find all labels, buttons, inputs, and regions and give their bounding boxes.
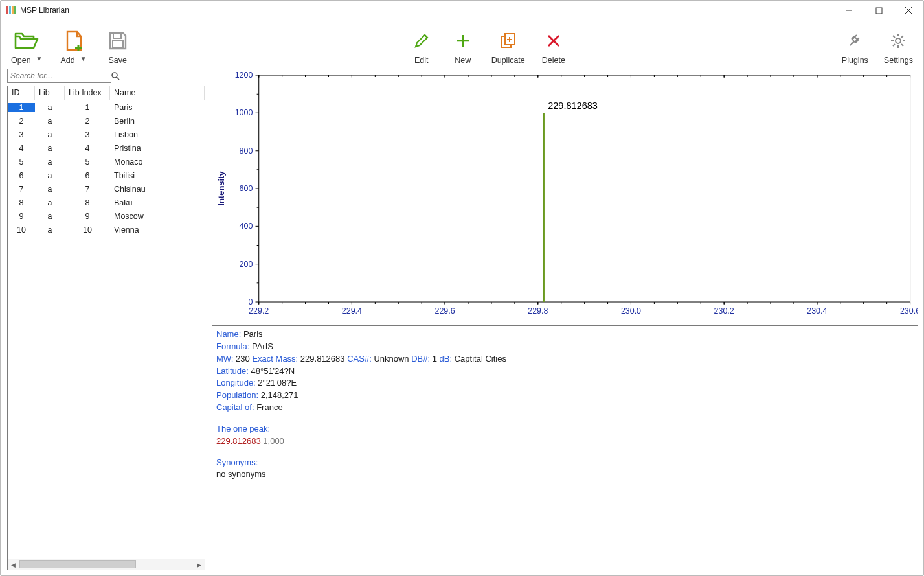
- cell-lib: a: [35, 130, 65, 139]
- cell-lib: a: [35, 198, 65, 207]
- cell-id: 6: [8, 171, 35, 180]
- search-input[interactable]: [8, 69, 111, 82]
- svg-line-27: [901, 44, 903, 46]
- cell-name: Moscow: [110, 212, 205, 221]
- value-longitude: 2°21'08?E: [258, 378, 297, 387]
- cell-name: Berlin: [110, 117, 205, 126]
- table-row[interactable]: 9a9Moscow: [8, 209, 205, 223]
- svg-text:229.2: 229.2: [249, 306, 269, 316]
- cell-name: Baku: [110, 198, 205, 207]
- cell-id: 10: [8, 225, 35, 235]
- svg-rect-5: [876, 8, 882, 14]
- svg-point-21: [896, 38, 901, 43]
- open-label: Open: [11, 56, 31, 65]
- edit-button[interactable]: Edit: [409, 30, 434, 65]
- open-dropdown[interactable]: ▼: [36, 55, 43, 62]
- svg-line-29: [901, 36, 903, 38]
- cell-lib: a: [35, 185, 65, 194]
- search-icon[interactable]: [111, 71, 120, 80]
- svg-text:400: 400: [240, 222, 253, 231]
- svg-text:229.6: 229.6: [435, 306, 455, 316]
- scroll-left-arrow[interactable]: ◀: [8, 559, 19, 570]
- settings-label: Settings: [884, 56, 913, 65]
- table-row[interactable]: 5a5Monaco: [8, 155, 205, 168]
- add-button[interactable]: Add ▼: [61, 30, 87, 65]
- cell-libindex: 4: [65, 144, 110, 153]
- cell-id: 8: [8, 198, 35, 207]
- close-button[interactable]: [894, 1, 923, 20]
- table-row[interactable]: 4a4Pristina: [8, 141, 205, 155]
- settings-button[interactable]: Settings: [884, 30, 913, 65]
- svg-text:229.4: 229.4: [342, 306, 362, 316]
- label-longitude: Longitude:: [216, 378, 256, 387]
- new-button[interactable]: New: [450, 30, 476, 65]
- edit-label: Edit: [414, 56, 429, 65]
- svg-text:1000: 1000: [235, 109, 253, 118]
- table-row[interactable]: 2a2Berlin: [8, 114, 205, 128]
- minimize-button[interactable]: [834, 1, 864, 20]
- svg-text:229.8: 229.8: [528, 306, 548, 316]
- label-formula: Formula:: [216, 341, 249, 351]
- cell-lib: a: [35, 171, 65, 180]
- search-field[interactable]: [7, 69, 111, 83]
- header-lib[interactable]: Lib: [35, 86, 65, 100]
- cell-id: 1: [8, 103, 35, 112]
- svg-line-12: [425, 35, 427, 38]
- duplicate-icon: [499, 30, 517, 52]
- open-button[interactable]: Open ▼: [11, 30, 43, 65]
- value-synonyms: no synonyms: [216, 469, 266, 479]
- header-name[interactable]: Name: [110, 86, 205, 100]
- svg-rect-10: [113, 33, 121, 38]
- plugins-button[interactable]: Plugins: [842, 30, 868, 65]
- header-libindex[interactable]: Lib Index: [65, 86, 110, 100]
- label-capital-of: Capital of:: [216, 402, 254, 412]
- svg-point-30: [112, 73, 117, 78]
- svg-text:800: 800: [240, 146, 253, 156]
- toolbar-divider: [594, 30, 830, 30]
- svg-text:230.4: 230.4: [807, 306, 827, 316]
- delete-label: Delete: [542, 56, 565, 65]
- cell-libindex: 6: [65, 171, 110, 180]
- scrollbar-thumb[interactable]: [19, 560, 136, 568]
- svg-text:0: 0: [248, 297, 253, 306]
- maximize-button[interactable]: [864, 1, 894, 20]
- cell-lib: a: [35, 144, 65, 153]
- table-row[interactable]: 3a3Lisbon: [8, 128, 205, 141]
- svg-text:230.0: 230.0: [621, 306, 641, 316]
- title-bar: MSP Librarian: [1, 1, 923, 20]
- cell-libindex: 3: [65, 130, 110, 139]
- library-grid[interactable]: ID Lib Lib Index Name 1a1Paris2a2Berlin3…: [7, 86, 205, 570]
- save-button[interactable]: Save: [105, 30, 131, 65]
- svg-rect-11: [113, 41, 123, 47]
- toolbar: Open ▼ Add ▼ Save: [1, 20, 923, 69]
- delete-button[interactable]: Delete: [541, 30, 567, 65]
- table-row[interactable]: 10a10Vienna: [8, 223, 205, 236]
- label-mw: MW:: [216, 354, 233, 363]
- table-row[interactable]: 6a6Tbilisi: [8, 168, 205, 182]
- svg-text:200: 200: [240, 260, 253, 269]
- value-name: Paris: [243, 329, 263, 339]
- table-row[interactable]: 7a7Chisinau: [8, 182, 205, 196]
- cell-lib: a: [35, 103, 65, 112]
- cell-lib: a: [35, 225, 65, 235]
- detail-pane: Name: Paris Formula: PArIS MW: 230 Exact…: [212, 325, 918, 570]
- file-add-icon: [64, 30, 84, 52]
- spectrum-chart[interactable]: 020040060080010001200229.2229.4229.6229.…: [212, 69, 918, 321]
- app-icon: [6, 5, 16, 16]
- table-row[interactable]: 1a1Paris: [8, 100, 205, 114]
- cell-name: Monaco: [110, 157, 205, 167]
- cell-name: Paris: [110, 103, 205, 112]
- table-row[interactable]: 8a8Baku: [8, 196, 205, 209]
- horizontal-scrollbar[interactable]: ◀ ▶: [8, 559, 205, 570]
- scroll-right-arrow[interactable]: ▶: [194, 559, 205, 570]
- grid-header: ID Lib Lib Index Name: [8, 86, 205, 100]
- header-id[interactable]: ID: [8, 86, 35, 100]
- duplicate-button[interactable]: Duplicate: [491, 30, 525, 65]
- add-label: Add: [61, 56, 75, 65]
- add-dropdown[interactable]: ▼: [80, 55, 87, 62]
- folder-open-icon: [14, 30, 39, 52]
- cell-name: Lisbon: [110, 130, 205, 139]
- plug-icon: [846, 30, 863, 52]
- value-mw: 230: [236, 354, 250, 363]
- cell-libindex: 2: [65, 117, 110, 126]
